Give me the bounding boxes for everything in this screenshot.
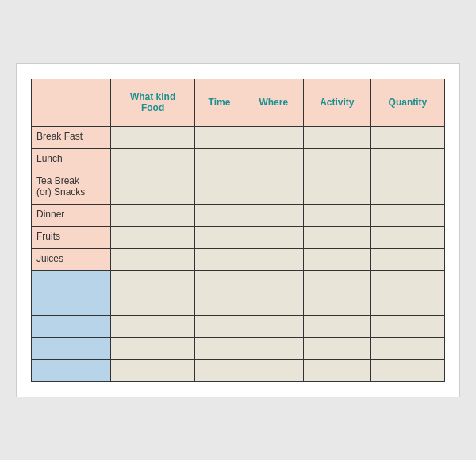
row-label-extra5[interactable] (32, 359, 111, 381)
header-empty (32, 79, 111, 126)
row-label-dinner: Dinner (32, 204, 111, 226)
table-row (32, 315, 445, 337)
where-cell[interactable] (244, 248, 303, 270)
activity-cell[interactable] (303, 315, 370, 337)
row-label-extra3[interactable] (32, 315, 111, 337)
table-row: Juices (32, 248, 445, 270)
activity-cell[interactable] (303, 337, 370, 359)
table-row: Tea Break(or) Snacks (32, 171, 445, 204)
table-row: Fruits (32, 226, 445, 248)
quantity-cell[interactable] (370, 171, 444, 204)
time-cell[interactable] (195, 270, 244, 293)
food-cell[interactable] (111, 226, 195, 248)
quantity-cell[interactable] (370, 315, 444, 337)
food-cell[interactable] (111, 204, 195, 226)
row-label-juices: Juices (32, 248, 111, 270)
food-cell[interactable] (111, 337, 195, 359)
table-row (32, 270, 445, 293)
quantity-cell[interactable] (370, 359, 444, 381)
time-cell[interactable] (195, 337, 244, 359)
table-row: Dinner (32, 204, 445, 226)
time-cell[interactable] (195, 148, 244, 171)
food-cell[interactable] (111, 126, 195, 148)
time-cell[interactable] (195, 315, 244, 337)
time-cell[interactable] (195, 359, 244, 381)
where-cell[interactable] (244, 126, 303, 148)
activity-cell[interactable] (303, 270, 370, 293)
quantity-cell[interactable] (370, 226, 444, 248)
where-cell[interactable] (244, 171, 303, 204)
activity-cell[interactable] (303, 359, 370, 381)
time-cell[interactable] (195, 171, 244, 204)
row-label-teabreak: Tea Break(or) Snacks (32, 171, 111, 204)
header-quantity: Quantity (370, 79, 444, 126)
time-cell[interactable] (195, 226, 244, 248)
where-cell[interactable] (244, 270, 303, 293)
where-cell[interactable] (244, 315, 303, 337)
quantity-cell[interactable] (370, 148, 444, 171)
where-cell[interactable] (244, 148, 303, 171)
time-cell[interactable] (195, 293, 244, 315)
food-cell[interactable] (111, 359, 195, 381)
activity-cell[interactable] (303, 171, 370, 204)
where-cell[interactable] (244, 359, 303, 381)
food-cell[interactable] (111, 148, 195, 171)
where-cell[interactable] (244, 337, 303, 359)
header-activity: Activity (303, 79, 370, 126)
food-diary-table: What kindFood Time Where Activity Quanti… (31, 79, 445, 382)
row-label-extra2[interactable] (32, 293, 111, 315)
activity-cell[interactable] (303, 126, 370, 148)
activity-cell[interactable] (303, 204, 370, 226)
table-row: Break Fast (32, 126, 445, 148)
time-cell[interactable] (195, 126, 244, 148)
table-row (32, 359, 445, 381)
activity-cell[interactable] (303, 226, 370, 248)
row-label-extra1[interactable] (32, 270, 111, 293)
quantity-cell[interactable] (370, 293, 444, 315)
where-cell[interactable] (244, 293, 303, 315)
food-cell[interactable] (111, 293, 195, 315)
quantity-cell[interactable] (370, 270, 444, 293)
time-cell[interactable] (195, 204, 244, 226)
table-row (32, 293, 445, 315)
header-time: Time (195, 79, 244, 126)
quantity-cell[interactable] (370, 248, 444, 270)
quantity-cell[interactable] (370, 204, 444, 226)
activity-cell[interactable] (303, 248, 370, 270)
table-row: Lunch (32, 148, 445, 171)
header-food: What kindFood (111, 79, 195, 126)
food-diary-page: What kindFood Time Where Activity Quanti… (16, 63, 460, 397)
row-label-fruits: Fruits (32, 226, 111, 248)
table-row (32, 337, 445, 359)
quantity-cell[interactable] (370, 126, 444, 148)
food-cell[interactable] (111, 270, 195, 293)
food-cell[interactable] (111, 248, 195, 270)
row-label-extra4[interactable] (32, 337, 111, 359)
where-cell[interactable] (244, 226, 303, 248)
quantity-cell[interactable] (370, 337, 444, 359)
activity-cell[interactable] (303, 293, 370, 315)
row-label-lunch: Lunch (32, 148, 111, 171)
row-label-breakfast: Break Fast (32, 126, 111, 148)
header-where: Where (244, 79, 303, 126)
food-cell[interactable] (111, 315, 195, 337)
activity-cell[interactable] (303, 148, 370, 171)
time-cell[interactable] (195, 248, 244, 270)
where-cell[interactable] (244, 204, 303, 226)
food-cell[interactable] (111, 171, 195, 204)
